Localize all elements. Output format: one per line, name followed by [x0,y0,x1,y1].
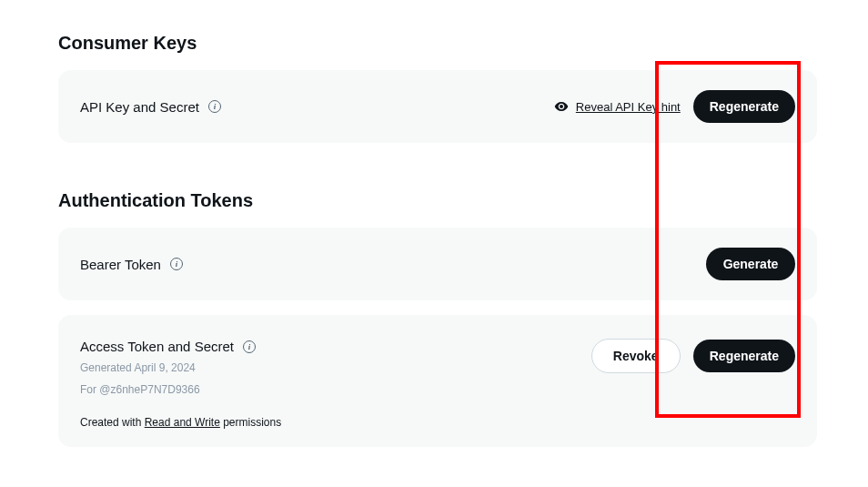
reveal-api-key-link[interactable]: Reveal API Key hint [554,99,681,114]
bearer-token-generate-button[interactable]: Generate [706,248,795,280]
reveal-link-text: Reveal API Key hint [576,100,681,114]
api-key-label: API Key and Secret [80,99,199,115]
consumer-keys-title: Consumer Keys [58,33,817,54]
auth-tokens-title: Authentication Tokens [58,190,817,211]
api-key-regenerate-button[interactable]: Regenerate [693,90,795,123]
access-token-label: Access Token and Secret [80,339,234,354]
access-token-generated-text: Generated April 9, 2024 [80,360,577,376]
access-token-card: Access Token and Secret i Generated Apri… [58,315,817,447]
eye-icon [554,99,569,114]
access-token-permissions: Created with Read and Write permissions [80,416,577,429]
access-token-revoke-button[interactable]: Revoke [591,339,681,373]
access-token-regenerate-button[interactable]: Regenerate [693,340,795,372]
api-key-card: API Key and Secret i Reveal API Key hint… [58,70,817,143]
info-icon[interactable]: i [243,340,256,353]
permissions-link[interactable]: Read and Write [145,416,220,429]
bearer-token-card: Bearer Token i Generate [58,228,817,300]
info-icon[interactable]: i [208,100,221,113]
bearer-token-label: Bearer Token [80,257,161,272]
info-icon[interactable]: i [170,258,183,270]
access-token-for-text: For @z6nheP7N7D9366 [80,381,577,398]
